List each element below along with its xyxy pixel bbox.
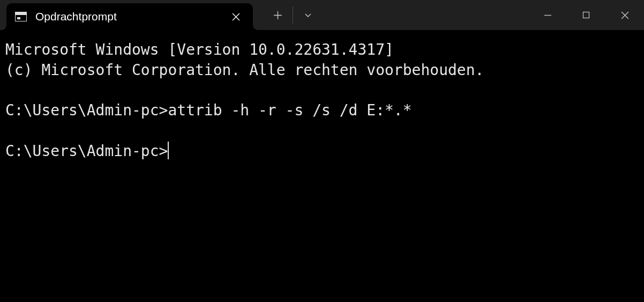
window-controls — [528, 0, 644, 30]
copyright-line: (c) Microsoft Corporation. Alle rechten … — [5, 61, 484, 79]
titlebar: Opdrachtprompt — [0, 0, 644, 30]
close-icon — [621, 11, 629, 19]
terminal-output[interactable]: Microsoft Windows [Version 10.0.22631.43… — [0, 30, 644, 302]
minimize-button[interactable] — [528, 0, 567, 30]
tabstrip-controls — [263, 0, 323, 30]
chevron-down-icon — [304, 11, 312, 19]
command-text: attrib -h -r -s /s /d E:*.* — [168, 101, 411, 119]
tab-title: Opdrachtprompt — [35, 10, 228, 23]
window-close-button[interactable] — [605, 0, 644, 30]
close-icon — [232, 13, 240, 21]
maximize-icon — [582, 11, 590, 19]
cmd-icon — [15, 12, 27, 21]
text-cursor — [168, 142, 169, 159]
svg-rect-0 — [583, 12, 589, 18]
maximize-button[interactable] — [567, 0, 605, 30]
minimize-icon — [544, 11, 552, 19]
prompt: C:\Users\Admin-pc> — [5, 142, 168, 160]
tab-close-button[interactable] — [228, 9, 243, 24]
plus-icon — [273, 11, 282, 20]
new-tab-button[interactable] — [263, 0, 293, 30]
tab-dropdown-button[interactable] — [293, 0, 323, 30]
version-line: Microsoft Windows [Version 10.0.22631.43… — [5, 41, 394, 58]
prompt: C:\Users\Admin-pc> — [5, 101, 168, 119]
tab-active[interactable]: Opdrachtprompt — [6, 3, 253, 30]
